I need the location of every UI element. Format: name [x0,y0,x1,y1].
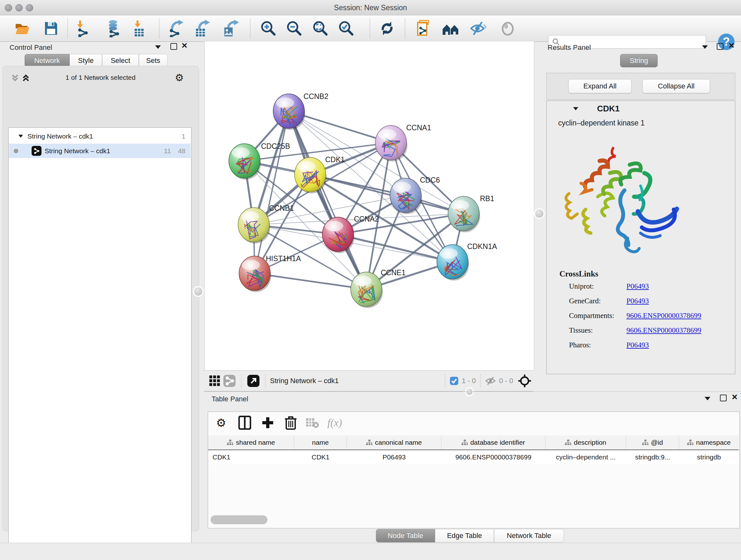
expand-all-networks-icon[interactable] [21,73,30,84]
tab-string-results[interactable]: String [620,54,658,67]
control-panel-close-icon[interactable]: ✕ [181,43,188,48]
network-node-RB1[interactable] [448,196,480,233]
tree-expand-icon[interactable] [18,135,23,138]
network-edge-CDK1-RB1[interactable] [310,175,464,213]
results-panel-float-icon[interactable] [717,43,724,50]
delete-column-icon[interactable] [281,414,300,432]
control-panel-menu-icon[interactable] [155,45,161,49]
zoom-fit-icon[interactable] [311,19,330,38]
column-header-database-identifier[interactable]: database identifier [441,435,545,449]
crosslink-pharos-link[interactable]: P06493 [626,341,649,349]
results-panel-close-icon[interactable]: ✕ [728,43,735,48]
network-node-CCNB1[interactable] [238,207,270,244]
crosslink-compartments-link[interactable]: 9606.ENSP00000378699 [626,312,701,320]
network-node-CDC25B[interactable] [229,144,261,180]
cell-canonical-name[interactable]: P06493 [347,453,441,461]
string-document-icon[interactable] [414,19,433,38]
table-gear-icon[interactable]: ⚙ [212,414,230,432]
open-session-icon[interactable] [13,19,31,38]
network-options-gear-icon[interactable]: ⚙ [175,72,184,83]
show-grayed-eye-icon[interactable] [498,19,517,38]
cell-name[interactable]: CDK1 [294,453,347,461]
network-tree-root-row[interactable]: String Network – cdk1 1 [9,129,191,143]
import-network-database-icon[interactable] [105,19,123,38]
hide-results-eye-icon[interactable] [469,19,487,38]
export-table-icon[interactable] [193,19,211,38]
home-icon[interactable] [442,19,460,38]
network-node-CDK1[interactable] [294,158,327,193]
crosslinks-title: CrossLinks [559,269,598,278]
crosslink-genecard-link[interactable]: P06493 [626,297,649,305]
tab-select[interactable]: Select [102,54,139,67]
entry-gene-name: CDK1 [597,104,620,114]
import-table-file-icon[interactable] [130,19,149,38]
tab-node-table[interactable]: Node Table [376,529,435,543]
show-columns-icon[interactable] [235,414,254,432]
right-divider-grip[interactable] [535,209,544,218]
control-panel-title: Control Panel [10,44,52,52]
collapse-all-button[interactable]: Collapse All [643,79,710,93]
add-column-icon[interactable] [259,414,277,432]
column-header-namespace[interactable]: namespace [679,435,739,449]
network-status-dot [14,149,18,153]
refresh-network-icon[interactable] [378,19,396,38]
table-panel: Table Panel ✕ ⚙ [204,391,741,543]
hidden-count: 0 - 0 [499,377,513,385]
tab-sets[interactable]: Sets [139,54,167,67]
zoom-out-icon[interactable] [285,19,304,38]
zoom-in-icon[interactable] [259,19,278,38]
result-entry-header[interactable]: CDK1 [547,102,734,116]
cell-id[interactable]: stringdb:9... [626,453,679,461]
node-label-CCNB1: CCNB1 [269,204,294,212]
collection-count: 1 [182,132,185,140]
main-toolbar: ? [0,15,741,42]
open-view-window-icon[interactable] [246,372,261,390]
cell-description[interactable]: cyclin–dependent ... [545,453,626,461]
table-panel-float-icon[interactable] [720,395,727,401]
cell-namespace[interactable]: stringdb [679,453,739,461]
tab-network-table[interactable]: Network Table [494,529,564,543]
grid-view-icon[interactable] [207,372,222,390]
control-panel-float-icon[interactable] [171,43,177,50]
crosslink-uniprot-link[interactable]: P06493 [626,282,649,291]
zoom-selected-icon[interactable] [337,19,355,38]
birdseye-crosshair-icon[interactable] [516,372,534,390]
network-node-CCNA1[interactable] [375,125,408,162]
network-canvas[interactable]: CCNB2CCNA1CDC25BCDK1CDC6RB1CCNB1CCNA2CDK… [204,42,534,370]
selected-count: 1 - 0 [462,377,476,385]
network-edge-HIST1H1A-CCNE1[interactable] [255,273,366,289]
entry-collapse-icon[interactable] [573,107,578,110]
save-session-icon[interactable] [42,19,60,38]
node-label-CCNA2: CCNA2 [354,215,379,223]
import-network-file-icon[interactable] [73,19,92,38]
network-node-CCNE1[interactable] [351,272,383,308]
column-header-canonical-name[interactable]: canonical name [347,435,441,449]
export-network-icon[interactable] [167,19,185,38]
network-node-CDKN1A[interactable] [437,245,469,281]
hscrollbar-thumb[interactable] [211,515,267,524]
table-toolbar: ⚙ f(x) [208,412,739,434]
cell-database-identifier[interactable]: 9606.ENSP00000378699 [441,453,545,461]
table-panel-close-icon[interactable]: ✕ [731,394,738,400]
column-header-description[interactable]: description [545,435,626,449]
results-panel-menu-icon[interactable] [702,45,708,49]
table-hscrollbar [209,514,738,525]
hidden-eye-icon[interactable] [485,376,496,386]
cell-shared-name[interactable]: CDK1 [208,453,294,461]
crosslink-tissues-link[interactable]: 9606.ENSP00000378699 [626,326,701,334]
tab-edge-table[interactable]: Edge Table [435,529,494,543]
expand-all-button[interactable]: Expand All [568,79,631,93]
collapse-all-networks-icon[interactable] [10,73,20,84]
column-header-id[interactable]: @id [626,435,679,449]
left-divider-grip[interactable] [194,287,203,296]
selection-checkbox-icon[interactable] [450,376,459,385]
network-tree-child-row[interactable]: String Network – cdk1 11 48 [9,144,191,158]
tab-network[interactable]: Network [24,54,70,67]
tab-style[interactable]: Style [70,54,102,67]
column-header-name[interactable]: name [294,435,347,449]
network-overview-icon[interactable] [222,372,237,390]
table-panel-menu-icon[interactable] [704,397,711,400]
column-header-shared-name[interactable]: shared name [208,435,294,449]
export-image-icon[interactable] [221,19,240,38]
results-panel: Results Panel ✕ String Expand All Collap… [546,42,741,391]
